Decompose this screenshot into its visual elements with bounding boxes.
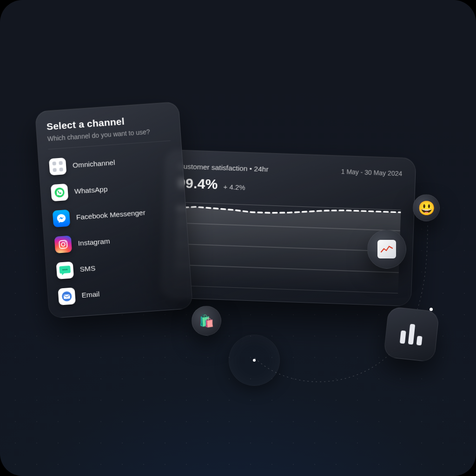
- trend-document-bubble: [367, 230, 406, 269]
- channel-item-instagram[interactable]: Instagram: [54, 228, 178, 253]
- channel-selector-card: Select a channel Which channel do you wa…: [35, 101, 193, 319]
- divider: [48, 140, 171, 149]
- orbit-dot: [430, 308, 433, 311]
- sms-icon: [56, 261, 74, 279]
- bar-chart-tile: [383, 306, 440, 363]
- svg-rect-1: [59, 240, 67, 249]
- promo-stage: Select a channel Which channel do you wa…: [0, 0, 476, 476]
- orbit-ring: [229, 335, 280, 386]
- channel-item-email[interactable]: Email: [58, 280, 182, 305]
- shopping-bags-bubble: 🛍️: [192, 306, 221, 336]
- channel-list: Omnichannel WhatsApp Facebook Messenger …: [49, 150, 181, 305]
- channel-label: Omnichannel: [72, 159, 115, 170]
- channel-item-whatsapp[interactable]: WhatsApp: [51, 176, 174, 201]
- channel-label: Instagram: [78, 237, 110, 248]
- chart-title: Customer satisfaction • 24hr: [178, 162, 269, 174]
- email-icon: [58, 287, 76, 305]
- svg-point-3: [65, 241, 66, 243]
- channel-item-messenger[interactable]: Facebook Messenger: [53, 202, 176, 227]
- svg-point-2: [61, 243, 65, 246]
- channel-item-omnichannel[interactable]: Omnichannel: [49, 150, 172, 175]
- bar-chart-icon: [399, 323, 423, 346]
- messenger-icon: [53, 210, 70, 227]
- omnichannel-icon: [49, 158, 66, 175]
- channel-item-sms[interactable]: SMS: [56, 254, 180, 279]
- trend-document-icon: [377, 240, 396, 258]
- chart-date-range: 1 May - 30 May 2024: [341, 168, 403, 178]
- smile-emoji-icon: 😃: [418, 200, 435, 216]
- channel-label: Email: [81, 290, 100, 300]
- channel-label: SMS: [79, 264, 96, 273]
- satisfaction-chart-card: Customer satisfaction • 24hr 1 May - 30 …: [160, 149, 416, 307]
- chart-delta: + 4.2%: [223, 183, 245, 192]
- instagram-icon: [54, 236, 72, 253]
- whatsapp-icon: [51, 184, 68, 201]
- channel-label: Facebook Messenger: [76, 208, 145, 221]
- shopping-bags-icon: 🛍️: [199, 314, 214, 328]
- smile-emoji-bubble: 😃: [413, 194, 440, 221]
- channel-label: WhatsApp: [74, 185, 108, 196]
